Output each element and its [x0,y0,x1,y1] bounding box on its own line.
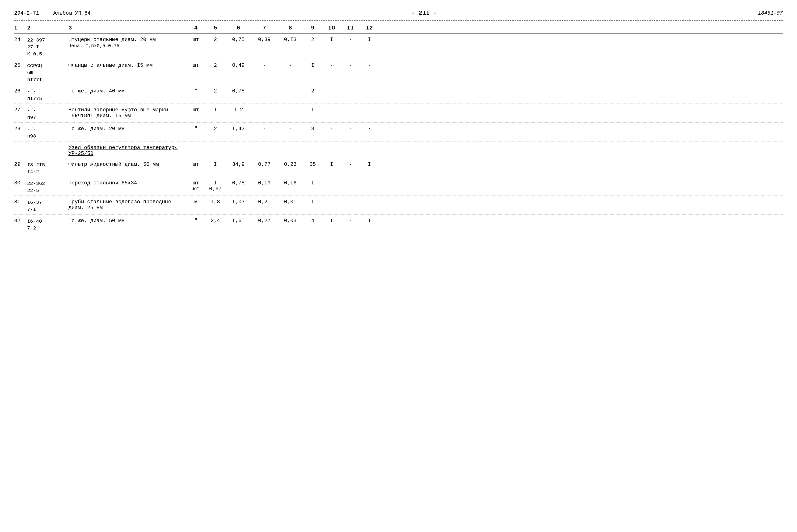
row-col6: 0,78 [225,180,251,186]
row-number: 26 [14,88,27,94]
row-desc: Штуцеры стальные диам. 20 ммЦена: I,5х0,… [69,37,186,49]
row-number: 25 [14,62,27,69]
row-col10: - [322,62,341,69]
row-col7: 0,I9 [251,180,277,186]
col-header-7: 7 [251,25,277,31]
row-col8: 0,I3 [277,37,303,43]
col-header-5: 5 [205,25,225,31]
row-col12: - [360,180,379,186]
row-col8: 0,03 [277,218,303,224]
row-col5: 2 [205,88,225,94]
col-header-1: I [14,25,27,31]
row-unit: шт [186,162,205,167]
row-col11: - [341,37,360,43]
doc-number: 294-2-71 [14,11,39,16]
row-desc: Вентили запорные муфто-вые марки I5кч18п… [69,107,186,119]
col-header-3: 3 [69,25,186,31]
row-col9: I [303,107,322,113]
row-unit: " [186,126,205,132]
row-col7: 0,39 [251,37,277,43]
row-col9: 2 [303,88,322,94]
row-col8: - [277,62,303,69]
row-ref: ССРСЦчШпI77I [27,62,69,83]
row-col10: - [322,88,341,94]
table-row: Узел обвязки регулятора температуры УР-2… [14,141,783,158]
row-col7: - [251,62,277,69]
row-col5: I0,67 [205,180,225,192]
row-col12: - [360,199,379,205]
row-desc: Трубы стальные водогазо-проводные диам. … [69,199,186,211]
row-col11: - [341,88,360,94]
row-col9: I [303,180,322,186]
row-ref: I6-377-I [27,199,69,213]
table-row: 3II6-377-IТрубы стальные водогазо-провод… [14,196,783,214]
table-row: 27-"-п97Вентили запорные муфто-вые марки… [14,104,783,122]
row-col10: - [322,180,341,186]
row-ref: I6-407-2 [27,218,69,232]
page-header: 294-2-71 Альбом УП.84 - 2II - 18451-07 [14,10,783,18]
row-col10: - [322,126,341,132]
row-col11: - [341,162,360,167]
row-ref: -"-пI775 [27,88,69,102]
header-divider [14,20,783,20]
row-unit: " [186,218,205,224]
row-number: 30 [14,180,27,186]
table-row: 3022-36222-5Переход стальной 65х34шткгI0… [14,177,783,196]
row-col11: - [341,107,360,113]
row-col12: - [360,88,379,94]
row-col11: - [341,180,360,186]
row-col8: - [277,107,303,113]
row-col11: - [341,218,360,224]
row-desc: Фильтр жидкостный диам. 50 мм [69,162,186,167]
col-header-4: 4 [186,25,205,31]
col-header-10: IO [322,25,341,31]
row-col5: I [205,162,225,167]
row-col9: 2 [303,37,322,43]
row-unit: м [186,199,205,205]
row-col10: I [322,218,341,224]
row-col6: 0,75 [225,37,251,43]
row-col8: 0,0I [277,199,303,205]
col-header-8: 8 [277,25,303,31]
row-desc: То же, диам. 40 мм [69,88,186,94]
row-col7: 0,77 [251,162,277,167]
row-ref: I8-2I5I4-2 [27,162,69,175]
row-col10: - [322,107,341,113]
table-body: 2422-39727-IК-0,5Штуцеры стальные диам. … [14,34,783,233]
row-col6: 0,49 [225,62,251,69]
row-desc: Узел обвязки регулятора температуры УР-2… [69,145,186,157]
column-headers: I 2 3 4 5 6 7 8 9 IO II I2 [14,23,783,34]
row-col5: I,3 [205,199,225,205]
row-col10: I [322,37,341,43]
row-col8: - [277,88,303,94]
col-header-9: 9 [303,25,322,31]
row-col6: I,43 [225,126,251,132]
row-desc: Переход стальной 65х34 [69,180,186,186]
row-col7: - [251,126,277,132]
row-col6: I,2 [225,107,251,113]
row-col5: I [205,107,225,113]
row-col10: - [322,199,341,205]
table-row: 29I8-2I5I4-2Фильтр жидкостный диам. 50 м… [14,158,783,177]
row-col8: - [277,126,303,132]
row-col8: 0,23 [277,162,303,167]
row-unit: шт [186,107,205,113]
row-col5: 2 [205,62,225,69]
row-col7: - [251,88,277,94]
row-col11: - [341,199,360,205]
row-col9: I [303,199,322,205]
row-col6: 34,9 [225,162,251,167]
row-number: 28 [14,126,27,132]
row-desc: Фланцы стальные диам. I5 мм [69,62,186,69]
row-desc: То же, диам. 20 мм [69,126,186,132]
row-col12: I [360,37,379,43]
row-col6: I,03 [225,199,251,205]
row-col12: I [360,162,379,167]
row-col5: 2 [205,126,225,132]
row-ref: -"-п97 [27,107,69,121]
album-title: Альбом УП.84 [53,11,91,16]
row-number: 29 [14,162,27,167]
col-header-12: I2 [360,25,379,31]
row-col12: I [360,218,379,224]
row-col5: 2 [205,37,225,43]
